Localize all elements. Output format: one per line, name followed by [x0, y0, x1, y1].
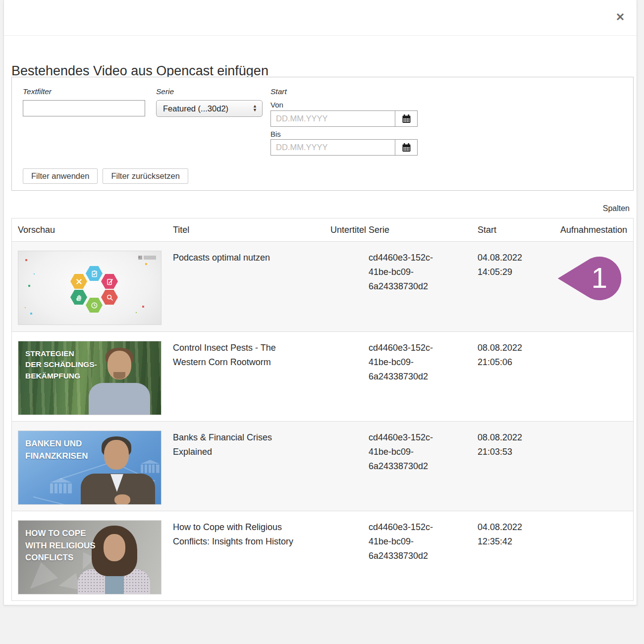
presenter-shirt	[89, 383, 150, 415]
search-icon	[106, 294, 113, 301]
bis-date-input[interactable]	[270, 139, 395, 156]
video-thumbnail: HOW TO COPE WITH RELIGIOUS CONFLICTS	[18, 520, 161, 594]
textfilter-label: Textfilter	[23, 87, 52, 96]
clock-icon	[91, 302, 98, 309]
von-label: Von	[270, 101, 283, 109]
hand-icon	[75, 294, 83, 301]
start-label: Start	[270, 87, 287, 96]
video-thumbnail: STRATEGIEN DER SCHÄDLINGS- BEKÄMPFUNG	[18, 341, 161, 415]
video-title: Podcasts optimal nutzen	[173, 251, 322, 265]
checklist-icon	[91, 270, 98, 277]
hexagon-cluster	[69, 266, 119, 314]
video-table: Vorschau Titel Untertitel Serie Start Au…	[11, 218, 634, 601]
column-header-start: Start	[474, 225, 534, 235]
video-title: Control Insect Pests - The Western Corn …	[173, 341, 322, 370]
serie-select-value: Featured (...30d2)	[163, 104, 253, 113]
bis-calendar-button[interactable]	[395, 139, 418, 156]
bank-building-icon	[141, 460, 159, 473]
video-start: 04.08.2022 14:05:29	[474, 251, 534, 279]
column-header-aufnahmestation: Aufnahmestation	[534, 225, 627, 235]
video-row[interactable]: STRATEGIEN DER SCHÄDLINGS- BEKÄMPFUNG Co…	[12, 331, 633, 421]
video-thumbnail	[18, 251, 161, 325]
calendar-icon	[401, 114, 412, 124]
video-thumbnail: BANKEN UND FINANZKRISEN	[18, 430, 161, 505]
apply-filter-button[interactable]: Filter anwenden	[23, 168, 98, 184]
video-start: 08.08.2022 21:05:06	[474, 341, 534, 370]
hexagon-edit	[101, 274, 118, 289]
confetti-decoration	[25, 259, 27, 261]
column-header-serie: Serie	[366, 225, 474, 235]
thumbnail-caption: HOW TO COPE WITH RELIGIOUS CONFLICTS	[25, 528, 96, 564]
column-header-titel: Titel	[173, 225, 322, 235]
hexagon-clock	[86, 298, 103, 313]
dialog-header: ✕	[4, 0, 637, 36]
serie-label: Serie	[156, 87, 174, 96]
presenter-beard	[113, 372, 125, 379]
von-calendar-button[interactable]	[395, 110, 418, 127]
close-button[interactable]: ✕	[613, 10, 628, 25]
video-title: How to Cope with Religious Conflicts: In…	[173, 520, 322, 549]
column-header-vorschau: Vorschau	[18, 225, 173, 235]
hexagon-checklist	[86, 266, 103, 281]
university-logo	[138, 256, 156, 260]
video-row[interactable]: Podcasts optimal nutzen cd4460e3-152c-41…	[12, 242, 633, 331]
calendar-icon	[401, 143, 412, 153]
select-arrows-icon: ▲ ▼	[253, 105, 257, 112]
edit-icon	[106, 278, 113, 285]
hexagon-search	[101, 290, 118, 305]
network-line	[33, 496, 77, 505]
presenter-hands	[114, 494, 130, 505]
video-start: 04.08.2022 12:35:42	[474, 520, 534, 549]
table-header-row: Vorschau Titel Untertitel Serie Start Au…	[12, 218, 633, 242]
annotation-number: 1	[591, 262, 607, 294]
video-row[interactable]: HOW TO COPE WITH RELIGIOUS CONFLICTS How…	[12, 511, 633, 600]
bank-building-icon	[50, 478, 72, 493]
thumbnail-caption: BANKEN UND FINANZKRISEN	[25, 438, 88, 462]
von-date-input[interactable]	[270, 110, 395, 127]
column-header-untertitel: Untertitel	[322, 225, 366, 235]
annotation-marker-1: 1	[556, 255, 623, 302]
video-serie: cd4460e3-152c-41be-bc09-6a24338730d2	[366, 430, 474, 474]
textfilter-input[interactable]	[23, 100, 145, 116]
video-serie: cd4460e3-152c-41be-bc09-6a24338730d2	[366, 341, 474, 384]
presenter-face	[104, 440, 129, 470]
video-title: Banks & Financial Crises Explained	[173, 430, 322, 459]
arrow-down-icon: ▼	[253, 108, 257, 112]
reset-filter-button[interactable]: Filter zurücksetzen	[103, 168, 188, 184]
close-icon: ✕	[616, 11, 625, 24]
presenter-face	[104, 534, 125, 561]
x-icon	[75, 278, 83, 285]
video-serie: cd4460e3-152c-41be-bc09-6a24338730d2	[366, 520, 474, 563]
filter-panel: Textfilter Serie Featured (...30d2) ▲ ▼ …	[11, 77, 634, 191]
hexagon-hand	[70, 290, 87, 305]
video-serie: cd4460e3-152c-41be-bc09-6a24338730d2	[366, 251, 474, 294]
opencast-insert-dialog: ✕ Bestehendes Video aus Opencast einfüge…	[3, 0, 637, 605]
serie-select[interactable]: Featured (...30d2) ▲ ▼	[156, 100, 263, 117]
hexagon-x	[70, 274, 87, 289]
video-start: 08.08.2022 21:03:53	[474, 430, 534, 459]
video-row[interactable]: BANKEN UND FINANZKRISEN Banks & Financia…	[12, 421, 633, 511]
bis-label: Bis	[270, 130, 281, 138]
thumbnail-caption: STRATEGIEN DER SCHÄDLINGS- BEKÄMPFUNG	[25, 348, 97, 381]
columns-link[interactable]: Spalten	[603, 204, 630, 213]
